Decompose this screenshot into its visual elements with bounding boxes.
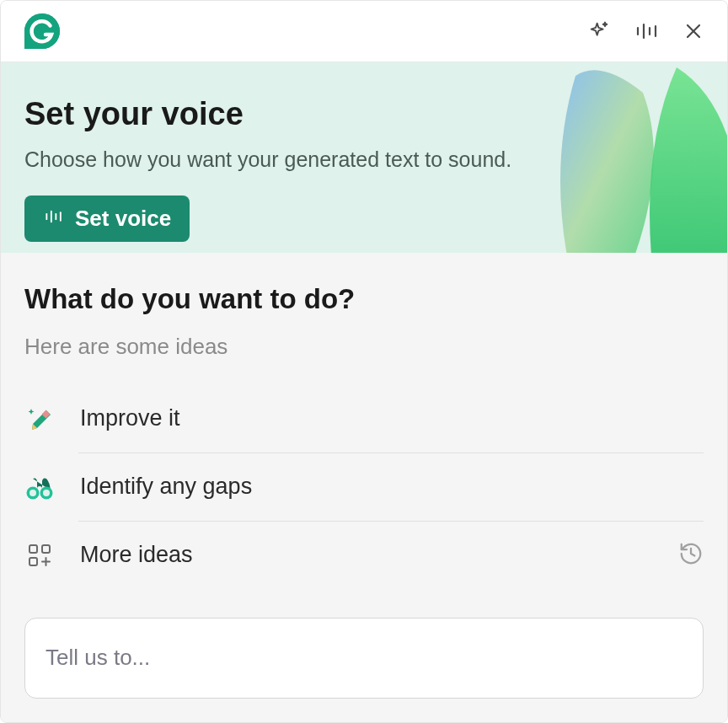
set-voice-button-label: Set voice — [75, 206, 171, 232]
ideas-caption: Here are some ideas — [24, 334, 704, 360]
grid-plus-icon — [24, 540, 55, 570]
more-ideas-label: More ideas — [80, 542, 193, 568]
svg-point-15 — [43, 490, 50, 496]
voice-banner: Set your voice Choose how you want your … — [1, 62, 727, 253]
idea-list: Improve it Identify any gaps — [24, 385, 704, 589]
svg-rect-16 — [29, 545, 37, 553]
svg-rect-18 — [29, 558, 37, 565]
idea-label: Identify any gaps — [80, 474, 252, 500]
soundbars-icon[interactable] — [634, 19, 660, 43]
history-icon[interactable] — [678, 541, 704, 570]
svg-point-14 — [29, 490, 36, 496]
set-voice-button[interactable]: Set voice — [24, 195, 190, 242]
header-actions — [587, 19, 704, 43]
voice-banner-title: Set your voice — [24, 96, 704, 132]
binoculars-icon — [24, 472, 55, 502]
close-icon[interactable] — [683, 21, 704, 41]
voice-banner-subtitle: Choose how you want your generated text … — [24, 147, 704, 172]
grammarly-logo[interactable] — [24, 13, 60, 49]
soundbars-icon — [43, 206, 65, 232]
idea-improve-it[interactable]: Improve it — [24, 385, 704, 453]
svg-rect-17 — [42, 545, 50, 553]
assistant-panel: Set your voice Choose how you want your … — [0, 0, 728, 723]
sparkle-icon[interactable] — [587, 19, 611, 43]
main-title: What do you want to do? — [24, 283, 704, 315]
idea-label: Improve it — [80, 405, 180, 431]
header-bar — [1, 1, 727, 62]
prompt-input-wrap — [24, 618, 704, 699]
prompt-input[interactable] — [24, 618, 704, 699]
idea-identify-gaps[interactable]: Identify any gaps — [24, 453, 704, 521]
header-left — [24, 13, 60, 49]
main-section: What do you want to do? Here are some id… — [1, 253, 727, 722]
pencil-sparkle-icon — [24, 404, 55, 434]
idea-more-ideas[interactable]: More ideas — [24, 522, 704, 589]
